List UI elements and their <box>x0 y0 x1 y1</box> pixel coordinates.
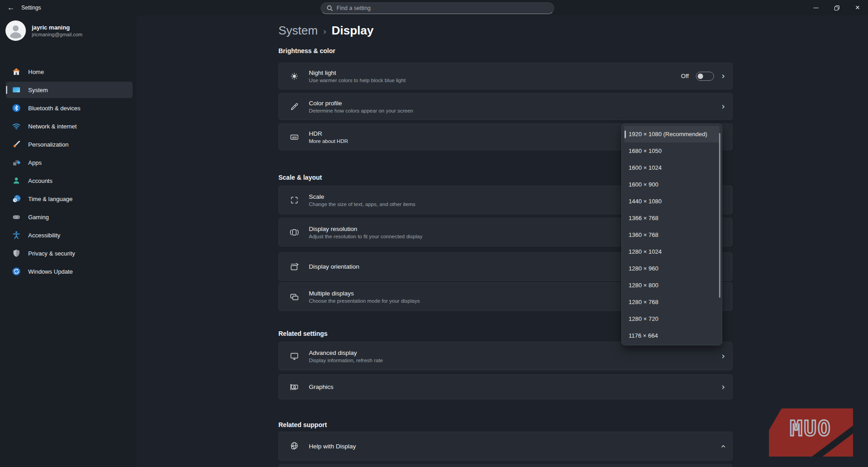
section-brightness-color: Brightness & color <box>278 47 335 54</box>
breadcrumb-separator-icon: › <box>323 26 326 36</box>
paintbrush-icon <box>12 140 21 149</box>
night-light-row[interactable]: Night light Use warmer colors to help bl… <box>278 63 733 89</box>
sidebar-nav: Home System Bluetooth & devices Network … <box>0 64 136 281</box>
graphics-icon <box>289 382 300 393</box>
restore-icon <box>834 5 840 11</box>
sidebar-item-apps[interactable]: Apps <box>6 154 133 171</box>
minimize-icon <box>813 8 818 8</box>
scale-subtitle: Change the size of text, apps, and other… <box>309 202 416 207</box>
close-icon: × <box>855 4 860 11</box>
user-profile[interactable]: jayric maning jricmaning@gmail.com <box>5 20 82 41</box>
resolution-option[interactable]: 1366 × 768 <box>624 210 719 226</box>
next-card-peek <box>278 464 733 467</box>
color-profile-title: Color profile <box>309 100 413 107</box>
sidebar-item-time-language[interactable]: Time & language <box>6 191 133 207</box>
resolution-option[interactable]: 1440 × 1080 <box>624 193 719 210</box>
page-title: Display <box>332 24 374 38</box>
section-related-support: Related support <box>278 421 327 428</box>
color-profile-icon <box>289 101 300 112</box>
display-resolution-title: Display resolution <box>309 226 422 232</box>
system-icon <box>12 85 21 94</box>
help-with-display-title: Help with Display <box>309 443 356 450</box>
color-profile-subtitle: Determine how colors appear on your scre… <box>309 108 413 113</box>
settings-window: ← Settings Find a setting × <box>0 0 868 467</box>
chevron-right-icon: › <box>721 352 725 360</box>
advanced-display-subtitle: Display information, refresh rate <box>309 358 383 363</box>
avatar <box>5 20 26 41</box>
help-with-display-row[interactable]: Help with Display › <box>278 432 733 461</box>
svg-text:HDR: HDR <box>292 136 297 138</box>
sidebar-item-home[interactable]: Home <box>6 64 133 80</box>
section-related-settings: Related settings <box>278 330 327 337</box>
multiple-displays-icon <box>289 291 300 302</box>
advanced-display-row[interactable]: Advanced display Display information, re… <box>278 342 733 370</box>
dropdown-scrollbar[interactable] <box>719 133 720 298</box>
sidebar-item-label: Home <box>28 69 44 75</box>
resolution-option[interactable]: 1600 × 900 <box>624 176 719 193</box>
display-orientation-icon <box>289 261 300 272</box>
night-light-toggle-state: Off <box>681 73 689 79</box>
toggle-knob <box>698 74 703 79</box>
sidebar-item-label: Network & internet <box>28 123 77 130</box>
sidebar-item-gaming[interactable]: Gaming <box>6 209 133 225</box>
user-name: jayric maning <box>32 24 82 31</box>
resolution-option[interactable]: 1176 × 664 <box>624 327 719 344</box>
user-email: jricmaning@gmail.com <box>32 32 82 37</box>
sidebar-item-accounts[interactable]: Accounts <box>6 172 133 189</box>
accessibility-icon <box>12 231 21 240</box>
accounts-icon <box>12 176 21 185</box>
sidebar-item-bluetooth[interactable]: Bluetooth & devices <box>6 100 133 116</box>
sidebar-item-label: Personalization <box>28 141 69 148</box>
night-light-toggle[interactable] <box>696 72 714 81</box>
section-scale-layout: Scale & layout <box>278 174 322 181</box>
sidebar-item-windows-update[interactable]: Windows Update <box>6 263 133 280</box>
sidebar-item-label: Gaming <box>28 214 49 221</box>
resolution-option[interactable]: 1360 × 768 <box>624 226 719 243</box>
resolution-option[interactable]: 1280 × 768 <box>624 294 719 310</box>
resolution-option[interactable]: 1680 × 1050 <box>624 143 719 159</box>
home-icon <box>12 67 21 76</box>
graphics-row[interactable]: Graphics › <box>278 374 733 399</box>
hdr-subtitle-link[interactable]: More about HDR <box>309 138 348 144</box>
close-button[interactable]: × <box>847 0 868 15</box>
sidebar-item-network[interactable]: Network & internet <box>6 118 133 134</box>
sidebar-item-personalization[interactable]: Personalization <box>6 136 133 152</box>
resolution-option[interactable]: 1600 × 1024 <box>624 159 719 176</box>
wifi-icon <box>12 122 21 131</box>
advanced-display-icon <box>289 351 300 362</box>
svg-text:MUO: MUO <box>790 416 832 441</box>
gamepad-icon <box>12 212 21 221</box>
clock-globe-icon <box>12 194 21 203</box>
muo-watermark-logo: MUO <box>769 408 853 457</box>
sidebar-item-label: Windows Update <box>28 268 73 275</box>
breadcrumb: System › Display <box>278 24 374 38</box>
resolution-option[interactable]: 1280 × 720 <box>624 310 719 327</box>
resolution-dropdown: 1920 × 1080 (Recommended) 1680 × 1050 16… <box>621 123 722 345</box>
advanced-display-title: Advanced display <box>309 349 383 356</box>
app-title: Settings <box>21 5 41 11</box>
sidebar-item-system[interactable]: System <box>6 82 133 98</box>
minimize-button[interactable] <box>805 0 826 15</box>
resolution-option[interactable]: 1280 × 1024 <box>624 243 719 260</box>
resolution-option[interactable]: 1280 × 800 <box>624 277 719 294</box>
sidebar-item-label: Time & language <box>28 196 73 202</box>
resolution-option[interactable]: 1280 × 960 <box>624 260 719 277</box>
apps-icon <box>12 158 21 167</box>
back-button[interactable]: ← <box>3 2 19 14</box>
resolution-option-selected[interactable]: 1920 × 1080 (Recommended) <box>624 126 719 143</box>
restore-button[interactable] <box>826 0 847 15</box>
bluetooth-icon <box>12 103 21 113</box>
sidebar-item-label: Privacy & security <box>28 250 75 257</box>
sidebar-item-privacy[interactable]: Privacy & security <box>6 245 133 261</box>
color-profile-row[interactable]: Color profile Determine how colors appea… <box>278 93 733 120</box>
help-globe-icon <box>289 441 300 452</box>
sidebar-item-label: Apps <box>28 159 42 166</box>
night-light-icon <box>289 71 300 82</box>
display-orientation-title: Display orientation <box>309 263 359 270</box>
sidebar-item-label: System <box>28 87 48 93</box>
chevron-right-icon: › <box>721 383 725 391</box>
update-icon <box>12 267 21 276</box>
sidebar-item-accessibility[interactable]: Accessibility <box>6 227 133 243</box>
breadcrumb-system[interactable]: System <box>278 24 318 38</box>
hdr-icon: HDR <box>289 132 300 143</box>
